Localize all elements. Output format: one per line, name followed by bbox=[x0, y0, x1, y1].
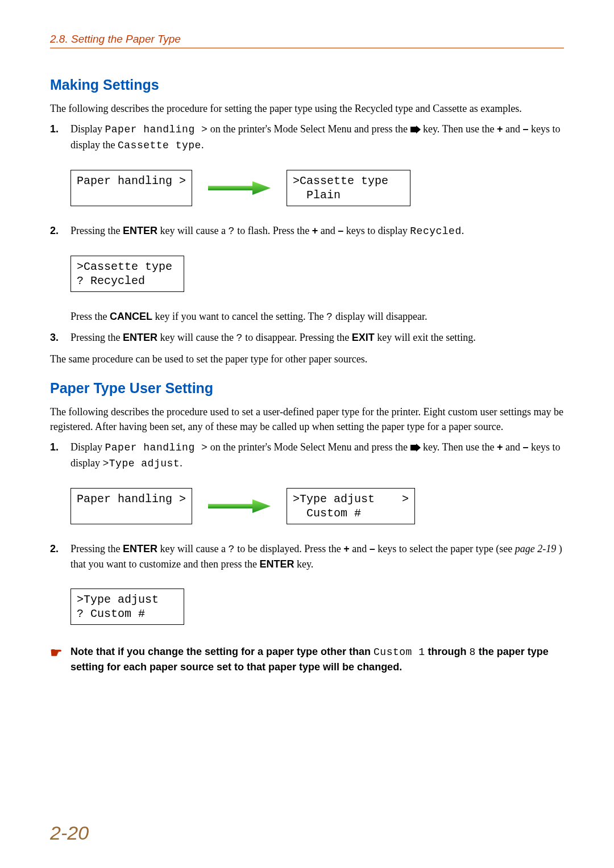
lcd-box: >Type adjust ? Custom # bbox=[70, 589, 184, 625]
svg-marker-3 bbox=[410, 444, 421, 452]
text: Pressing the bbox=[70, 225, 123, 236]
enter-key: ENTER bbox=[123, 225, 157, 236]
lcd-inline: 8 bbox=[469, 646, 475, 658]
lcd-line: ? Recycled bbox=[77, 274, 145, 287]
text: Pressing the bbox=[70, 543, 123, 554]
note: ☛ Note that if you change the setting fo… bbox=[50, 644, 564, 674]
plus-key: + bbox=[497, 441, 503, 453]
text: key. Then use the bbox=[421, 123, 497, 135]
lcd-inline: ? bbox=[326, 311, 333, 323]
plus-key: + bbox=[312, 225, 318, 236]
svg-marker-5 bbox=[252, 499, 271, 513]
display-row-a2: >Cassette type ? Recycled bbox=[70, 256, 564, 292]
text: and bbox=[318, 225, 338, 236]
lcd-line: >Cassette type bbox=[77, 260, 172, 273]
display-row-b1: Paper handling > >Type adjust > Custom # bbox=[70, 488, 564, 524]
text: through bbox=[425, 646, 469, 657]
intro-a: The following describes the procedure fo… bbox=[50, 101, 564, 116]
steps-a-cont2: Pressing the ENTER key will cause the ? … bbox=[50, 330, 564, 345]
steps-a: Display Paper handling > on the printer'… bbox=[50, 122, 564, 153]
text: key. bbox=[294, 558, 313, 570]
text: display will disappear. bbox=[333, 311, 427, 322]
plus-key: + bbox=[497, 123, 503, 135]
lcd-line: Plain bbox=[293, 189, 341, 202]
lcd-box-left: Paper handling > bbox=[70, 170, 192, 206]
text: Pressing the bbox=[70, 332, 123, 343]
lcd-inline: Cassette type bbox=[118, 140, 201, 151]
lcd-inline: Paper handling > bbox=[105, 124, 208, 135]
heading-paper-type-user-setting: Paper Type User Setting bbox=[50, 380, 564, 397]
display-row-a1: Paper handling > >Cassette type Plain bbox=[70, 170, 564, 206]
note-text: Note that if you change the setting for … bbox=[70, 644, 564, 674]
text: Press the bbox=[70, 311, 110, 322]
step-a3: Pressing the ENTER key will cause the ? … bbox=[50, 330, 564, 345]
svg-rect-4 bbox=[208, 504, 252, 508]
lcd-line: >Type adjust bbox=[77, 593, 159, 606]
lcd-line: >Cassette type bbox=[293, 174, 388, 187]
step-b1: Display Paper handling > on the printer'… bbox=[50, 440, 564, 471]
lcd-line: Custom # bbox=[293, 507, 361, 520]
right-arrow-icon bbox=[410, 441, 421, 456]
svg-marker-2 bbox=[252, 181, 271, 195]
svg-marker-0 bbox=[410, 126, 421, 133]
text: to be displayed. Press the bbox=[235, 543, 343, 554]
enter-key: ENTER bbox=[123, 332, 157, 343]
text: on the printer's Mode Select Menu and pr… bbox=[208, 123, 410, 135]
svg-rect-1 bbox=[208, 186, 252, 190]
display-row-b2: >Type adjust ? Custom # bbox=[70, 589, 564, 625]
cancel-key: CANCEL bbox=[110, 311, 152, 322]
minus-key: – bbox=[338, 225, 343, 236]
text: Display bbox=[70, 441, 105, 453]
lcd-inline: >Type adjust bbox=[103, 458, 180, 469]
lcd-line: >Type adjust > bbox=[293, 493, 409, 506]
enter-key: ENTER bbox=[123, 543, 157, 554]
page-ref: page 2-19 bbox=[515, 543, 556, 554]
steps-b: Display Paper handling > on the printer'… bbox=[50, 440, 564, 471]
right-arrow-icon bbox=[410, 123, 421, 137]
text: key will cause a bbox=[157, 543, 228, 554]
text: Note that if you change the setting for … bbox=[70, 646, 374, 657]
text: and bbox=[503, 441, 522, 453]
enter-key: ENTER bbox=[259, 558, 294, 570]
heading-making-settings: Making Settings bbox=[50, 77, 564, 93]
text: and bbox=[503, 123, 522, 135]
text: Display bbox=[70, 123, 105, 135]
page-number: 2-20 bbox=[50, 822, 89, 844]
lcd-box-right: >Type adjust > Custom # bbox=[287, 488, 415, 524]
text: keys to select the paper type (see bbox=[375, 543, 515, 554]
text: key will cause a bbox=[157, 225, 228, 236]
minus-key: – bbox=[522, 123, 528, 135]
minus-key: – bbox=[370, 543, 375, 554]
text: key if you want to cancel the setting. T… bbox=[152, 311, 326, 322]
page-header: 2.8. Setting the Paper Type bbox=[50, 33, 564, 48]
lcd-inline: ? bbox=[228, 544, 234, 555]
lcd-box-left: Paper handling > bbox=[70, 488, 192, 524]
steps-b-cont: Pressing the ENTER key will cause a ? to… bbox=[50, 541, 564, 571]
lcd-line: Paper handling > bbox=[77, 174, 186, 187]
page: 2.8. Setting the Paper Type Making Setti… bbox=[0, 0, 614, 868]
text: on the printer's Mode Select Menu and pr… bbox=[208, 441, 410, 453]
minus-key: – bbox=[522, 441, 528, 453]
lcd-line: ? Custom # bbox=[77, 607, 145, 620]
step-b2: Pressing the ENTER key will cause a ? to… bbox=[50, 541, 564, 571]
intro-b: The following describes the procedure us… bbox=[50, 404, 564, 434]
text: key. Then use the bbox=[421, 441, 497, 453]
step-a2-sub: Press the CANCEL key if you want to canc… bbox=[50, 309, 564, 324]
pointing-hand-icon: ☛ bbox=[50, 643, 63, 663]
text: key will exit the setting. bbox=[375, 332, 476, 343]
lcd-inline: Recycled bbox=[410, 226, 461, 237]
text: . bbox=[201, 139, 204, 151]
exit-key: EXIT bbox=[352, 332, 375, 343]
lcd-line: Paper handling > bbox=[77, 493, 186, 506]
text: key will cause the bbox=[157, 332, 236, 343]
text: . bbox=[462, 225, 464, 236]
lcd-inline: Paper handling > bbox=[105, 442, 208, 453]
green-arrow-icon bbox=[208, 498, 271, 514]
lcd-inline: Custom 1 bbox=[374, 646, 425, 658]
step-a2: Pressing the ENTER key will cause a ? to… bbox=[50, 223, 564, 239]
green-arrow-icon bbox=[208, 180, 271, 196]
outro-a: The same procedure can be used to set th… bbox=[50, 352, 564, 366]
step-a1: Display Paper handling > on the printer'… bbox=[50, 122, 564, 153]
text: keys to display bbox=[343, 225, 410, 236]
steps-a-cont: Pressing the ENTER key will cause a ? to… bbox=[50, 223, 564, 239]
